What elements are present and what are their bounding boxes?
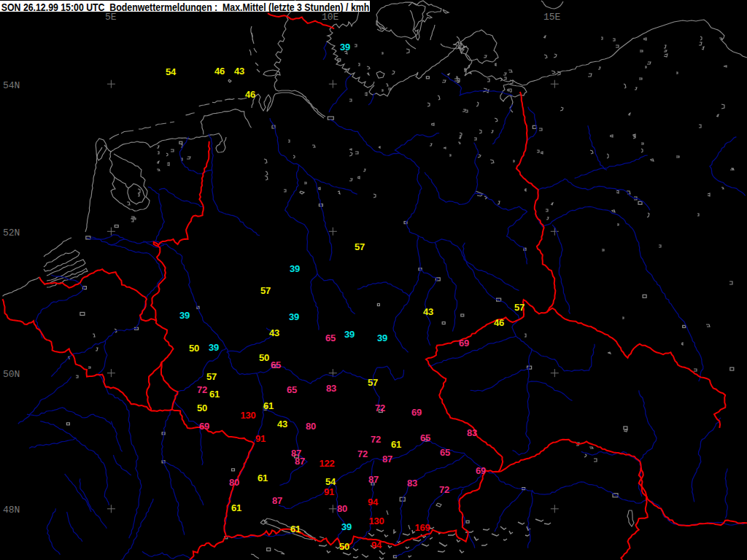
- svg-text:57: 57: [260, 285, 271, 296]
- svg-text:83: 83: [326, 383, 336, 394]
- svg-text:61: 61: [231, 502, 241, 513]
- svg-text:80: 80: [306, 421, 316, 432]
- svg-text:94: 94: [368, 497, 379, 508]
- svg-text:69: 69: [459, 338, 469, 349]
- svg-text:39: 39: [341, 521, 352, 532]
- svg-text:61: 61: [290, 524, 301, 534]
- svg-text:50: 50: [197, 402, 207, 413]
- svg-text:87: 87: [295, 456, 305, 467]
- svg-text:65: 65: [325, 332, 336, 343]
- svg-text:50: 50: [189, 343, 199, 354]
- svg-text:57: 57: [368, 377, 378, 388]
- svg-text:130: 130: [369, 516, 384, 526]
- svg-text:54: 54: [166, 66, 177, 77]
- svg-text:39: 39: [179, 310, 190, 321]
- svg-text:130: 130: [241, 410, 256, 421]
- svg-text:69: 69: [476, 465, 486, 476]
- svg-text:91: 91: [255, 433, 266, 444]
- svg-text:65: 65: [440, 447, 450, 458]
- svg-text:69: 69: [411, 407, 422, 418]
- svg-text:48N: 48N: [3, 505, 20, 516]
- svg-text:39: 39: [377, 332, 387, 343]
- svg-text:54: 54: [325, 476, 336, 487]
- svg-text:39: 39: [289, 311, 299, 322]
- svg-text:72: 72: [357, 448, 368, 459]
- svg-text:72: 72: [375, 402, 385, 413]
- svg-text:65: 65: [271, 359, 281, 370]
- svg-text:61: 61: [263, 400, 274, 411]
- svg-text:57: 57: [206, 371, 217, 382]
- svg-text:87: 87: [368, 474, 379, 485]
- svg-text:50: 50: [339, 541, 349, 552]
- svg-text:80: 80: [229, 477, 239, 488]
- svg-text:46: 46: [494, 317, 504, 328]
- svg-text:5E: 5E: [105, 12, 117, 23]
- svg-text:83: 83: [407, 478, 417, 489]
- svg-text:39: 39: [344, 329, 355, 340]
- svg-text:50: 50: [259, 352, 269, 363]
- svg-text:61: 61: [391, 439, 401, 450]
- svg-text:50N: 50N: [3, 369, 20, 380]
- svg-text:83: 83: [467, 427, 477, 438]
- svg-text:72: 72: [371, 434, 381, 445]
- svg-text:87: 87: [272, 495, 282, 506]
- svg-text:65: 65: [287, 384, 297, 395]
- svg-text:39: 39: [209, 342, 219, 353]
- svg-text:69: 69: [199, 421, 209, 432]
- svg-text:52N: 52N: [3, 228, 20, 238]
- svg-text:80: 80: [337, 503, 347, 514]
- svg-text:39: 39: [340, 42, 350, 52]
- svg-text:10E: 10E: [322, 12, 339, 23]
- svg-text:57: 57: [514, 302, 525, 313]
- svg-text:94: 94: [371, 540, 382, 551]
- svg-text:122: 122: [320, 458, 335, 469]
- svg-text:54N: 54N: [3, 80, 20, 91]
- svg-text:15E: 15E: [543, 12, 561, 23]
- svg-text:39: 39: [290, 263, 300, 274]
- svg-text:46: 46: [214, 66, 225, 77]
- svg-text:57: 57: [355, 241, 365, 252]
- svg-text:87: 87: [382, 454, 392, 464]
- svg-text:65: 65: [420, 432, 430, 443]
- svg-text:91: 91: [324, 486, 334, 497]
- svg-text:43: 43: [423, 306, 433, 317]
- svg-text:72: 72: [197, 384, 207, 395]
- svg-text:43: 43: [269, 327, 279, 338]
- svg-text:43: 43: [277, 419, 287, 429]
- svg-text:169: 169: [415, 522, 430, 533]
- svg-text:46: 46: [245, 89, 255, 100]
- svg-text:43: 43: [234, 66, 244, 77]
- svg-text:61: 61: [209, 389, 220, 400]
- svg-text:61: 61: [258, 472, 268, 483]
- svg-text:72: 72: [439, 484, 449, 495]
